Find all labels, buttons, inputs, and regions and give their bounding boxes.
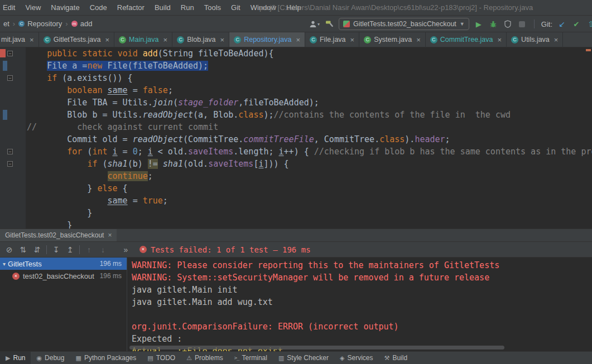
bookmark-icon [0, 49, 6, 57]
user-icon[interactable]: ▾ [309, 18, 320, 30]
editor-tab[interactable]: mit.java× [0, 32, 39, 47]
breadcrumb-item[interactable]: et [2, 20, 11, 28]
editor-tab[interactable]: CUtils.java× [507, 32, 563, 47]
statusbar-item-debug[interactable]: ◉Debug [31, 352, 70, 364]
update-project-icon[interactable]: ↙ [557, 18, 567, 30]
menu-view[interactable]: View [20, 0, 46, 16]
menu-code[interactable]: Code [85, 0, 112, 16]
code-line[interactable]: for (int i = 0; i < old.saveItems.length… [27, 145, 592, 158]
commit-icon[interactable]: ✔ [571, 18, 581, 30]
editor-tab[interactable]: CRepository.java× [229, 32, 305, 47]
code-line[interactable]: if (a.exists()) { [27, 72, 592, 84]
gutter-cell [0, 182, 26, 195]
method-icon: m [71, 21, 78, 27]
statusbar-item-style-checker[interactable]: ▥Style Checker [273, 352, 334, 364]
chevron-down-icon[interactable]: ▾ [3, 261, 6, 267]
next-occurrence-icon[interactable]: ↓ [96, 245, 110, 254]
close-icon[interactable]: × [350, 36, 355, 44]
breadcrumb-item[interactable]: CRepository [17, 20, 63, 28]
code-line[interactable]: // check against current commit [27, 121, 592, 133]
editor-tab[interactable]: CFile.java× [305, 32, 359, 47]
test-toolbar: ⊘⇅⇵↧↥↑↓» × Tests failed: 1 of 1 test – 1… [0, 241, 592, 258]
editor-tab[interactable]: CBlob.java× [172, 32, 229, 47]
code-line[interactable]: boolean same = false; [27, 84, 592, 96]
more-icon[interactable]: » [119, 245, 133, 254]
code-line[interactable]: } [27, 207, 592, 219]
close-icon[interactable]: × [416, 36, 421, 44]
statusbar-item-terminal[interactable]: >_Terminal [229, 352, 273, 364]
menu-edit[interactable]: Edit [0, 0, 20, 16]
vcs-change-marker [3, 61, 7, 71]
editor-tab[interactable]: CGitletTests.java× [39, 32, 114, 47]
close-icon[interactable]: × [105, 36, 109, 44]
expand-all-icon[interactable]: ↧ [49, 245, 63, 254]
hide-passed-icon[interactable]: ⊘ [2, 245, 16, 254]
statusbar-item-todo[interactable]: ▤TODO [142, 352, 181, 364]
breadcrumb-item[interactable]: madd [70, 20, 94, 28]
fold-icon[interactable]: − [7, 161, 13, 167]
menu-navigate[interactable]: Navigate [46, 0, 84, 16]
debug-button[interactable] [488, 18, 498, 30]
console-line: java gitlet.Main add wug.txt [127, 296, 592, 308]
code-line[interactable]: public static void add(String fileToBeAd… [27, 47, 592, 60]
run-tab-label: GitletTests.test02_basicCheckout [5, 231, 104, 239]
close-icon[interactable]: × [30, 36, 34, 44]
editor-code[interactable]: public static void add(String fileToBeAd… [26, 47, 592, 229]
run-panel-content: ▾GitletTests196 ms×test02_basicCheckout1… [0, 258, 592, 351]
close-icon[interactable]: × [296, 36, 300, 44]
statusbar-item-problems[interactable]: ⚠Problems [181, 352, 229, 364]
fold-icon[interactable]: − [7, 51, 13, 56]
close-icon[interactable]: × [498, 36, 502, 44]
code-line[interactable]: same = true; [27, 195, 592, 207]
console-output[interactable]: WARNING: Please consider reporting this … [127, 258, 592, 351]
editor-tab[interactable]: CCommitTree.java× [426, 32, 507, 47]
run-tab[interactable]: GitletTests.test02_basicCheckout × [0, 229, 117, 241]
statusbar-item-python-packages[interactable]: ▦Python Packages [70, 352, 142, 364]
fold-icon[interactable]: − [7, 75, 13, 81]
test-name: GitletTests [8, 260, 42, 268]
run-button[interactable]: ▶ [474, 18, 484, 30]
toolbar-right: ▾ GitletTests.test02_basicCheckout ▼ ▶ G… [309, 16, 592, 32]
code-line[interactable]: Commit old = readObject(CommitTree.commi… [27, 133, 592, 145]
fold-icon[interactable]: − [7, 149, 13, 154]
code-line[interactable]: if (sha1(b) != sha1(old.saveItems[i])) { [27, 158, 592, 170]
statusbar: ▶Run◉Debug▦Python Packages▤TODO⚠Problems… [0, 351, 592, 364]
close-icon[interactable]: × [108, 231, 112, 239]
close-icon[interactable]: × [554, 36, 559, 44]
editor-tabbar: mit.java×CGitletTests.java×CMain.java×CB… [0, 32, 592, 47]
close-icon[interactable]: × [163, 36, 168, 44]
coverage-button[interactable] [503, 18, 513, 30]
menu-tools[interactable]: Tools [199, 0, 226, 16]
stop-button[interactable] [517, 18, 527, 30]
close-icon[interactable]: × [220, 36, 225, 44]
menu-git[interactable]: Git [226, 0, 246, 16]
menu-build[interactable]: Build [150, 0, 176, 16]
push-icon[interactable]: ⇧ [586, 18, 592, 30]
previous-occurrence-icon[interactable]: ↑ [82, 245, 96, 254]
menu-run[interactable]: Run [176, 0, 199, 16]
class-icon: C [364, 36, 371, 43]
statusbar-item-services[interactable]: ◈Services [334, 352, 378, 364]
code-line[interactable]: File a =new File(fileToBeAdded); [27, 60, 592, 72]
editor[interactable]: −−−− public static void add(String fileT… [0, 47, 592, 229]
menu-refactor[interactable]: Refactor [112, 0, 150, 16]
services-icon: ◈ [340, 355, 344, 361]
horizontal-scrollbar[interactable] [129, 346, 504, 350]
sort-by-duration-icon[interactable]: ⇅ [16, 245, 30, 254]
code-line[interactable]: } [27, 219, 592, 229]
editor-tab[interactable]: CMain.java× [114, 32, 172, 47]
test-tree-item[interactable]: ×test02_basicCheckout196 ms [0, 270, 127, 282]
sort-alphabetically-icon[interactable]: ⇵ [30, 245, 44, 254]
test-tree-item[interactable]: ▾GitletTests196 ms [0, 258, 127, 270]
code-line[interactable]: Blob b = Utils.readObject(a, Blob.class)… [27, 109, 592, 121]
collapse-all-icon[interactable]: ↥ [63, 245, 77, 254]
statusbar-item-build[interactable]: ⚒Build [379, 352, 413, 364]
statusbar-item-run[interactable]: ▶Run [0, 352, 31, 364]
code-line[interactable]: File TBA = Utils.join(stage_folder,fileT… [27, 96, 592, 109]
run-config-select[interactable]: GitletTests.test02_basicCheckout ▼ [339, 18, 469, 30]
editor-tab[interactable]: CSystem.java× [359, 32, 426, 47]
tab-label: File.java [320, 36, 346, 43]
code-line[interactable]: } else { [27, 182, 592, 195]
build-hammer-icon[interactable] [324, 18, 334, 30]
code-line[interactable]: continue; [27, 170, 592, 182]
